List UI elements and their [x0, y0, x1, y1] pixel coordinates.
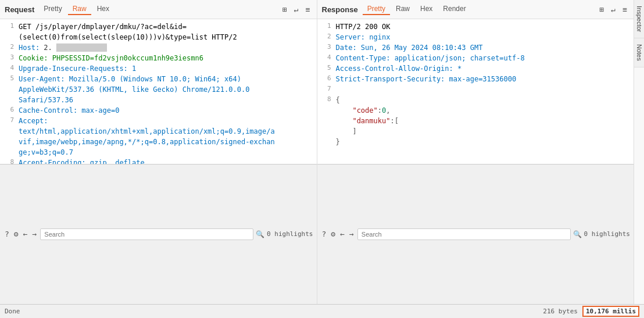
- search-input-response[interactable]: [357, 228, 571, 240]
- tab-render-response[interactable]: Render: [438, 3, 470, 15]
- size-label: 216 bytes: [543, 308, 578, 315]
- next-icon-response[interactable]: →: [348, 229, 355, 239]
- inspector-tab[interactable]: Inspector: [634, 0, 644, 38]
- highlights-count-response: 0 highlights: [584, 230, 630, 238]
- tab-pretty-response[interactable]: Pretty: [363, 3, 390, 15]
- table-row: 5 Access-Control-Allow-Origin: *: [317, 63, 634, 74]
- table-row: 8 Accept-Encoding: gzip, deflate: [0, 158, 317, 164]
- done-label: Done: [5, 308, 20, 315]
- time-label: 10,176 millis: [582, 306, 639, 317]
- search-magnifier-request: 🔍: [256, 230, 264, 238]
- settings-icon-response[interactable]: ⚙: [330, 229, 337, 239]
- help-icon-request[interactable]: ?: [3, 229, 10, 239]
- request-bottom-bar: ? ⚙ ← → 🔍 0 highlights: [0, 164, 317, 305]
- table-row: 1 GET /js/player/dmplayer/dmku/?ac=del&i…: [0, 22, 317, 42]
- prev-icon-request[interactable]: ←: [22, 229, 29, 239]
- table-row: 6 Cache-Control: max-age=0: [0, 105, 317, 116]
- response-tab-bar: Pretty Raw Hex Render: [363, 3, 598, 15]
- response-title: Response: [322, 5, 358, 14]
- table-row: 7 Accept:text/html,application/xhtml+xml…: [0, 116, 317, 158]
- tab-raw-request[interactable]: Raw: [68, 3, 91, 15]
- search-magnifier-response: 🔍: [573, 230, 582, 238]
- menu-icon-response[interactable]: ≡: [621, 4, 629, 15]
- table-row: 6 Strict-Transport-Security: max-age=315…: [317, 74, 634, 84]
- table-row: 2 Host: 2. ████████████: [0, 42, 317, 53]
- copy-icon-response[interactable]: ⊞: [598, 4, 606, 15]
- wrap-icon-response[interactable]: ↵: [609, 4, 617, 15]
- next-icon-request[interactable]: →: [31, 229, 38, 239]
- settings-icon-request[interactable]: ⚙: [13, 229, 20, 239]
- table-row: }: [317, 137, 634, 147]
- table-row: 4 Upgrade-Insecure-Requests: 1: [0, 63, 317, 74]
- request-title: Request: [5, 5, 34, 14]
- table-row: 3 Date: Sun, 26 May 2024 08:10:43 GMT: [317, 42, 634, 53]
- table-row: 5 User-Agent: Mozilla/5.0 (Windows NT 10…: [0, 74, 317, 105]
- prev-icon-response[interactable]: ←: [339, 229, 346, 239]
- table-row: 7: [317, 84, 634, 95]
- table-row: 8 {: [317, 95, 634, 105]
- response-header: Response Pretty Raw Hex Render ⊞ ↵ ≡: [317, 0, 634, 19]
- search-input-request[interactable]: [40, 228, 253, 240]
- request-code-area: 1 GET /js/player/dmplayer/dmku/?ac=del&i…: [0, 19, 317, 164]
- table-row: "danmuku":[: [317, 116, 634, 126]
- tab-raw-response[interactable]: Raw: [391, 3, 414, 15]
- copy-icon-request[interactable]: ⊞: [281, 4, 289, 15]
- tab-hex-response[interactable]: Hex: [416, 3, 437, 15]
- response-tab-actions: ⊞ ↵ ≡: [598, 4, 629, 15]
- table-row: 2 Server: nginx: [317, 32, 634, 42]
- table-row: "code":0,: [317, 105, 634, 116]
- table-row: 4 Content-Type: application/json; charse…: [317, 53, 634, 63]
- response-panel: Response Pretty Raw Hex Render ⊞ ↵ ≡ 1 H…: [317, 0, 634, 304]
- response-bottom-bar: ? ⚙ ← → 🔍 0 highlights: [317, 164, 634, 305]
- request-tab-actions: ⊞ ↵ ≡: [281, 4, 312, 15]
- tab-pretty-request[interactable]: Pretty: [39, 3, 66, 15]
- inspector-panel: Inspector Notes: [634, 0, 644, 304]
- request-panel: Request Pretty Raw Hex ⊞ ↵ ≡ 1 GET /js/p…: [0, 0, 317, 304]
- highlights-count-request: 0 highlights: [267, 230, 313, 238]
- table-row: 3 Cookie: PHPSESSID=fd2vsjn0okccum1nh9e3…: [0, 53, 317, 63]
- table-row: ]: [317, 126, 634, 137]
- tab-hex-request[interactable]: Hex: [92, 3, 114, 15]
- status-bar: Done 216 bytes 10,176 millis: [0, 304, 644, 318]
- request-tab-bar: Pretty Raw Hex: [39, 3, 281, 15]
- table-row: 1 HTTP/2 200 OK: [317, 22, 634, 32]
- request-header: Request Pretty Raw Hex ⊞ ↵ ≡: [0, 0, 317, 19]
- menu-icon-request[interactable]: ≡: [304, 4, 312, 15]
- help-icon-response[interactable]: ?: [321, 229, 328, 239]
- wrap-icon-request[interactable]: ↵: [292, 4, 300, 15]
- notes-tab[interactable]: Notes: [634, 38, 644, 67]
- response-code-area: 1 HTTP/2 200 OK 2 Server: nginx 3 Date: …: [317, 19, 634, 164]
